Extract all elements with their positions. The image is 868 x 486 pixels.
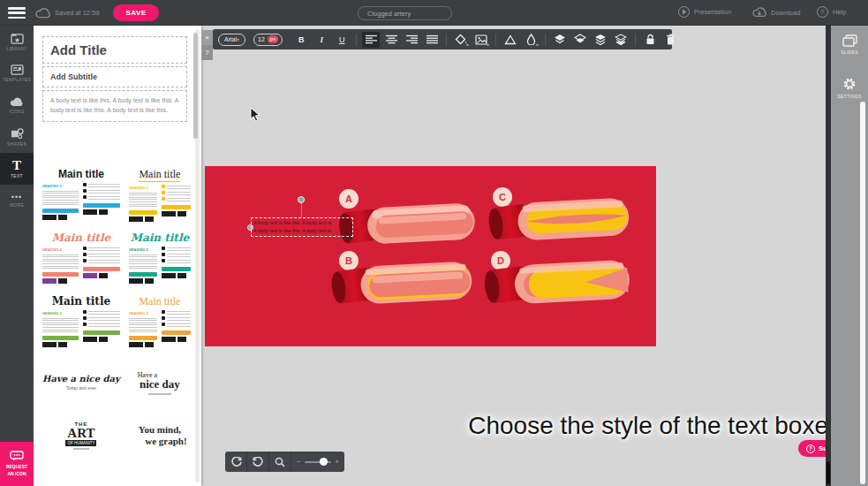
artery-illustration-a[interactable] xyxy=(334,198,482,249)
sidebar-item-more[interactable]: ••• MORE xyxy=(0,185,34,216)
text-template-nice-day-script[interactable]: Have a nice day Today and ever xyxy=(42,360,120,406)
play-icon xyxy=(678,6,690,18)
template-title: Main title xyxy=(52,296,110,308)
shadow-button[interactable] xyxy=(502,32,519,48)
help-button[interactable]: ? Help xyxy=(817,6,846,18)
rotation-handle[interactable] xyxy=(298,196,305,203)
slides-icon xyxy=(842,34,857,47)
lock-button[interactable] xyxy=(641,32,659,48)
fill-color-button[interactable] xyxy=(452,32,470,48)
redo-button[interactable] xyxy=(225,452,247,472)
text-toolbar: Arial ▾ 12 px B I U xyxy=(213,29,672,49)
cloud-saved-icon xyxy=(35,6,50,22)
text-template-nice-day-mixed[interactable]: Have a nice day xyxy=(129,360,191,406)
right-sidebar: SLIDES SETTINGS xyxy=(826,26,868,486)
hamburger-menu-icon[interactable] xyxy=(8,7,26,19)
align-right-button[interactable] xyxy=(403,32,420,48)
saved-status: Saved at 12:59 xyxy=(55,9,99,17)
text-template-grid: Main title HEADING 2 Main title HEADING … xyxy=(42,169,191,459)
add-subtitle-text: Add Subtitle xyxy=(50,72,179,81)
text-template-sans-blue[interactable]: Main title HEADING 2 xyxy=(42,169,120,225)
sidebar-item-shapes[interactable]: SHAPES xyxy=(0,121,34,153)
font-family-select[interactable]: Arial ▾ xyxy=(218,34,245,46)
artery-illustration-c[interactable] xyxy=(484,193,636,246)
bring-to-front-button[interactable] xyxy=(592,32,609,48)
template-title: Main title xyxy=(131,232,189,244)
opacity-button[interactable] xyxy=(522,32,540,48)
zoom-in-icon[interactable]: + xyxy=(335,458,339,466)
library-icon xyxy=(11,33,24,44)
slide-canvas[interactable]: A B C D xyxy=(205,166,656,346)
body-text-box[interactable]: A body text is like this. A body text is… xyxy=(42,90,187,122)
mouse-cursor xyxy=(250,107,260,125)
text-template-script-coral[interactable]: Main title HEADING 4 xyxy=(42,232,120,289)
text-template-slab-green[interactable]: Main title HEADING 2 xyxy=(42,296,120,353)
image-fill-button[interactable] xyxy=(472,32,490,48)
more-dots-icon: ••• xyxy=(11,194,22,201)
template-title: Have a nice day xyxy=(42,375,120,384)
undo-button[interactable] xyxy=(247,452,269,472)
speech-bubble-icon xyxy=(10,451,24,461)
text-icon: T xyxy=(12,160,21,171)
toolbar-close-button[interactable]: × xyxy=(201,30,213,45)
selected-textbox[interactable]: A body text is like this. A body text is… xyxy=(251,217,353,237)
text-template-serif-orange[interactable]: Main title HEADING 2 xyxy=(129,296,191,353)
chevron-down-icon: ▾ xyxy=(237,36,239,42)
shapes-icon xyxy=(11,128,24,140)
add-title-text: Add Title xyxy=(50,42,179,57)
zoom-toolbar: − + xyxy=(225,452,344,472)
settings-button[interactable]: SETTINGS xyxy=(831,77,868,99)
template-title: Main title xyxy=(58,169,104,180)
panel-scrollbar[interactable] xyxy=(195,29,200,482)
download-button[interactable]: Download xyxy=(752,6,800,19)
icons-cloud-icon xyxy=(10,97,24,107)
artery-illustration-d[interactable] xyxy=(480,254,636,309)
toolbar-side-tab: × ? xyxy=(201,30,213,60)
tutorial-caption: Choose the style of the text boxes xyxy=(459,412,841,440)
canvas-workspace[interactable]: × ? Arial ▾ 12 px B I U xyxy=(201,26,826,486)
sidebar-item-text[interactable]: T TEXT xyxy=(0,153,34,185)
templates-icon xyxy=(11,65,24,75)
sidebar-item-icons[interactable]: ICONS xyxy=(0,89,34,121)
gear-icon xyxy=(842,77,857,91)
help-icon: ? xyxy=(817,6,828,18)
topbar: Saved at 12:59 SAVE Presentation Downloa… xyxy=(0,0,868,26)
app-window: Saved at 12:59 SAVE Presentation Downloa… xyxy=(0,0,868,486)
delete-button[interactable] xyxy=(661,32,679,48)
add-subtitle-box[interactable]: Add Subtitle xyxy=(42,66,187,87)
bold-button[interactable]: B xyxy=(292,32,310,48)
right-scrollbar[interactable] xyxy=(860,102,865,484)
sidebar-item-templates[interactable]: TEMPLATES xyxy=(0,57,34,89)
sidebar-item-library[interactable]: LIBRARY xyxy=(0,26,34,57)
zoom-slider-track[interactable] xyxy=(305,461,332,463)
zoom-slider-handle[interactable] xyxy=(320,458,328,466)
template-subtitle: Today and ever xyxy=(66,385,96,391)
send-backward-button[interactable] xyxy=(571,32,589,48)
slides-button[interactable]: SLIDES xyxy=(831,34,868,55)
zoom-search-button[interactable] xyxy=(269,452,291,472)
presentation-button[interactable]: Presentation xyxy=(678,6,731,18)
send-to-back-button[interactable] xyxy=(612,32,630,48)
zoom-out-icon[interactable]: − xyxy=(297,458,301,466)
text-template-script-teal[interactable]: Main title HEADING 2 xyxy=(129,232,191,289)
save-button[interactable]: SAVE xyxy=(113,4,159,21)
artery-illustration-b[interactable] xyxy=(327,256,479,309)
toolbar-help-button[interactable]: ? xyxy=(201,45,213,60)
zoom-slider[interactable]: − + xyxy=(291,458,344,466)
body-sample-text: A body text is like this. A body text is… xyxy=(50,96,179,116)
request-an-icon-button[interactable]: REQUESTAN ICON xyxy=(0,442,34,486)
project-title-input[interactable] xyxy=(358,6,452,20)
text-template-the-art[interactable]: THE ART OF HUMANITY xyxy=(42,413,120,459)
add-title-box[interactable]: Add Title xyxy=(42,36,187,64)
align-center-button[interactable] xyxy=(382,32,400,48)
font-size-select[interactable]: 12 px xyxy=(253,34,283,46)
text-template-you-mind[interactable]: You mind, we graph! xyxy=(129,413,191,459)
template-title: Main title xyxy=(139,296,180,308)
bring-forward-button[interactable] xyxy=(551,32,569,48)
align-left-button[interactable] xyxy=(362,32,380,48)
cloud-download-icon xyxy=(752,6,766,19)
underline-button[interactable]: U xyxy=(333,32,351,48)
text-template-serif-yellow[interactable]: Main title HEADING 2 xyxy=(129,169,191,225)
align-justify-button[interactable] xyxy=(423,32,441,48)
italic-button[interactable]: I xyxy=(313,32,330,48)
